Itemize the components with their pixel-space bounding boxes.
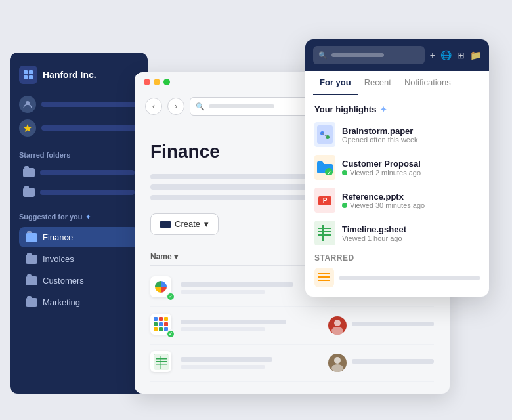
grid-icon[interactable]: ⊞ — [457, 50, 465, 60]
row-meta-placeholder — [352, 359, 434, 367]
dropdown-search-box[interactable]: 🔍 — [313, 46, 425, 64]
row-right-2 — [328, 316, 434, 335]
globe-icon[interactable]: 🌐 — [440, 50, 452, 60]
filename-meta-placeholder — [181, 327, 265, 331]
spark-icon: ✦ — [85, 213, 91, 220]
starred-folders-label: Starred folders — [19, 151, 139, 159]
suggested-label: Suggested for you ✦ — [19, 213, 139, 220]
file-icon-pie — [150, 276, 174, 300]
row-filename — [181, 282, 322, 294]
sync-badge — [166, 292, 175, 301]
svg-rect-30 — [318, 234, 331, 236]
svg-rect-35 — [318, 280, 330, 281]
svg-rect-12 — [156, 358, 167, 360]
search-placeholder-bar — [209, 104, 274, 108]
tab-notifications[interactable]: Notifications — [398, 71, 458, 95]
spark-icon: ✦ — [380, 105, 387, 114]
starred-section: Starred — [314, 253, 480, 287]
starred-row[interactable] — [19, 119, 139, 136]
folder-icon[interactable]: 📁 — [470, 50, 481, 60]
user-avatar — [19, 96, 36, 113]
tab-recent[interactable]: Recent — [358, 71, 398, 95]
dropdown-tabs: For you Recent Notifications — [305, 71, 489, 95]
grid-icon — [154, 317, 168, 331]
folder-name-placeholder — [40, 170, 135, 175]
highlights-header: Your highlights ✦ — [314, 104, 480, 114]
filename-meta-placeholder — [181, 365, 265, 369]
folder-icon — [26, 233, 37, 242]
create-button[interactable]: Create ▾ — [150, 213, 219, 235]
star-icon — [19, 119, 36, 136]
svg-rect-15 — [160, 356, 161, 369]
filename-placeholder — [181, 357, 272, 362]
table-row[interactable] — [150, 345, 434, 382]
highlight-item-brainstorm[interactable]: Brainstorm.paper Opened often this week — [314, 122, 480, 147]
starred-folder-1[interactable] — [19, 165, 139, 180]
file-icon-grid — [150, 314, 174, 337]
svg-point-17 — [331, 364, 343, 372]
sidebar-item-customers[interactable]: Customers — [19, 270, 139, 291]
toolbar-icons: + 🌐 ⊞ 📁 — [430, 50, 481, 60]
svg-marker-5 — [24, 124, 32, 132]
create-icon — [160, 220, 171, 228]
svg-rect-29 — [318, 231, 331, 232]
status-dot — [342, 203, 347, 208]
highlight-text-timeline: Timeline.gsheet Viewed 1 hour ago — [342, 224, 480, 242]
starred-header: Starred — [314, 253, 480, 262]
user-avatar-row3 — [328, 354, 347, 372]
folder-icon — [26, 298, 37, 307]
svg-rect-27 — [317, 224, 333, 242]
starred-folder-2[interactable] — [19, 185, 139, 200]
folder-icon — [26, 255, 37, 264]
dropdown-body: Your highlights ✦ Brainstorm.paper Opene… — [305, 95, 489, 297]
sidebar-nav: Suggested for you ✦ Finance Invoices Cus… — [19, 213, 139, 312]
sheet-icon — [314, 220, 335, 245]
folder-icon — [23, 188, 35, 197]
row-meta-placeholder — [352, 322, 434, 329]
forward-button[interactable]: › — [167, 98, 184, 115]
sheet-icon-inner — [154, 354, 168, 369]
svg-rect-13 — [156, 361, 167, 362]
close-button[interactable] — [144, 79, 150, 85]
add-icon[interactable]: + — [430, 50, 435, 60]
starred-file-icon — [314, 268, 334, 287]
svg-rect-31 — [322, 225, 324, 241]
svg-rect-18 — [317, 125, 333, 144]
search-icon: 🔍 — [196, 102, 205, 111]
ppt-icon: P — [314, 188, 335, 213]
svg-rect-11 — [154, 354, 169, 370]
highlight-item-reference[interactable]: P Reference.pptx Viewed 30 minutes ago — [314, 188, 480, 213]
highlight-text-reference: Reference.pptx Viewed 30 minutes ago — [342, 192, 480, 209]
tab-for-you[interactable]: For you — [313, 71, 358, 95]
sidebar: Hanford Inc. Starred folders — [10, 52, 148, 394]
user-row[interactable] — [19, 96, 139, 113]
svg-point-16 — [334, 357, 341, 364]
minimize-button[interactable] — [154, 79, 160, 85]
meta-bar — [352, 322, 434, 326]
maximize-button[interactable] — [163, 79, 170, 85]
svg-rect-33 — [318, 273, 330, 274]
filename-placeholder — [181, 282, 293, 287]
sidebar-item-finance[interactable]: Finance — [19, 227, 139, 247]
file-icon-sheet — [150, 351, 174, 375]
svg-rect-1 — [29, 70, 33, 74]
star-label-placeholder — [41, 125, 139, 131]
svg-rect-28 — [318, 228, 331, 229]
svg-text:✓: ✓ — [327, 170, 331, 175]
svg-text:P: P — [323, 197, 328, 204]
sidebar-item-marketing[interactable]: Marketing — [19, 292, 139, 312]
highlight-item-proposal[interactable]: ✓ Customer Proposal Viewed 2 minutes ago — [314, 155, 480, 180]
search-text-placeholder — [331, 53, 384, 57]
row-filename — [181, 357, 322, 369]
row-right-3 — [328, 354, 434, 372]
status-dot — [342, 170, 347, 175]
dropdown-toolbar: 🔍 + 🌐 ⊞ 📁 — [305, 39, 489, 71]
starred-item[interactable] — [314, 268, 480, 287]
user-name-placeholder — [41, 102, 139, 107]
filename-placeholder — [181, 320, 286, 324]
table-row[interactable] — [150, 307, 434, 345]
sidebar-item-invoices[interactable]: Invoices — [19, 249, 139, 269]
highlight-item-timeline[interactable]: Timeline.gsheet Viewed 1 hour ago — [314, 220, 480, 245]
company-logo-icon — [19, 66, 37, 84]
back-button[interactable]: ‹ — [145, 98, 162, 115]
